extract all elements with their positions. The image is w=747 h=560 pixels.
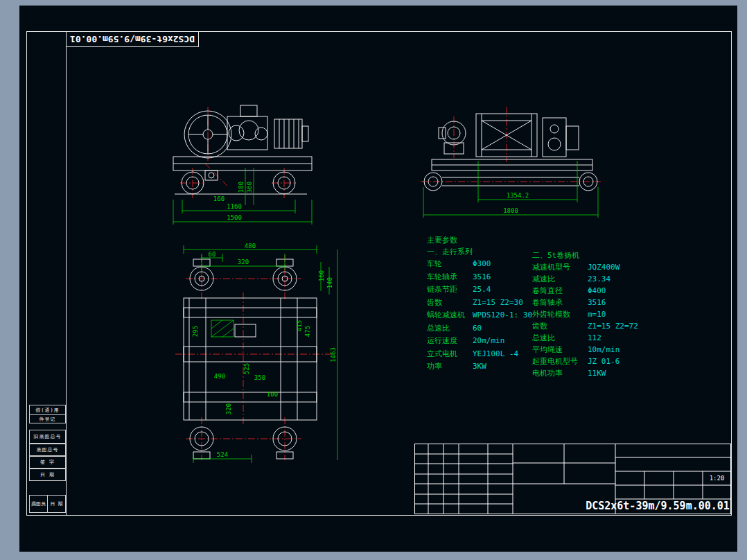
param-label: 运行速度 [427, 335, 473, 348]
param-label: 电机功率 [532, 367, 588, 379]
view-front: 160 180 360 1160 1500 [165, 96, 324, 234]
param-row: 车轮轴承3516 [427, 271, 538, 284]
param-row: 链条节距25.4 [427, 283, 538, 297]
dim-label: 475 [304, 326, 311, 337]
dim-label: 360 [246, 182, 253, 193]
dim-label: 100 [267, 391, 278, 398]
param-row: 减速机型号JQZ400W [532, 261, 650, 273]
parameters-panel-left: 主要参数 一、走行系列 车轮Φ300 车轮轴承3516 链条节距25.4 齿数Z… [427, 234, 538, 374]
dim-label: 480 [245, 243, 256, 250]
param-row: 起重电机型号JZ 01-6 [532, 356, 650, 367]
dim-label: 320 [225, 403, 232, 414]
parameters-panel-right: 二、5t卷扬机 减速机型号JQZ400W 减速比23.34 卷筒直径Φ400 卷… [532, 250, 650, 379]
param-label: 蜗轮减速机 [427, 309, 473, 322]
dim-label: 1463 [330, 347, 337, 362]
scale-value: 1:20 [703, 471, 731, 485]
top-title-text: DCS2x6t-39m/9.59m.00.01 [67, 32, 198, 46]
dim-label: 1160 [227, 203, 242, 210]
dim-label: 320 [238, 259, 249, 265]
part-register-label: 件登记 [30, 414, 65, 423]
param-value: Φ300 [473, 259, 491, 268]
old-base-drawing-no-block: 旧底图总号 [29, 430, 66, 444]
param-label: 减速比 [532, 273, 588, 285]
dim-label: 180 [238, 182, 245, 193]
dim-label: 140 [326, 277, 333, 288]
dim-label: 60 [209, 251, 216, 258]
dim-label: 160 [213, 195, 225, 202]
param-value: 11KW [588, 369, 606, 378]
param-row: 卷筒轴承3516 [532, 297, 650, 308]
param-label: 齿数 [532, 320, 588, 332]
dim-label: 160 [318, 270, 325, 281]
param-label: 卷筒直径 [532, 285, 588, 297]
param-value: 112 [588, 333, 601, 342]
param-row: 电机功率11KW [532, 367, 650, 379]
param-row: 立式电机YEJ100L -4 [427, 348, 538, 361]
base-drawing-no-block: 底图总号 [29, 444, 66, 456]
tracer-label: 描图员 [30, 496, 47, 512]
param-row: 齿数Z1=15 Z2=30 [427, 297, 538, 310]
param-row: 齿数Z1=15 Z2=72 [532, 320, 650, 332]
param-row: 卷筒直径Φ400 [532, 285, 650, 297]
dim-label: 295 [192, 326, 199, 337]
params-title: 主要参数 [427, 234, 538, 246]
param-row: 蜗轮减速机WPDS120-1: 30 [427, 309, 538, 322]
dim-label: 1354.2 [507, 192, 529, 199]
param-row: 平均绳速10m/min [532, 344, 650, 356]
dim-label: 1800 [503, 207, 518, 214]
dim-label: 415 [296, 320, 303, 331]
param-value: Z1=15 Z2=72 [588, 322, 638, 331]
param-value: Z1=15 Z2=30 [473, 298, 523, 307]
param-value: 25.4 [473, 285, 491, 294]
param-value: 3KW [473, 362, 486, 371]
param-value: 3516 [473, 272, 491, 281]
param-label: 卷筒轴承 [532, 297, 588, 308]
top-title-box: DCS2x6t-39m/9.59m.00.01 [66, 31, 199, 47]
param-row: 车轮Φ300 [427, 258, 538, 271]
param-label: 平均绳速 [532, 344, 588, 356]
binding-margin-line [66, 31, 67, 516]
reuse-record-block: 借(通)用 件登记 [29, 405, 66, 423]
param-label: 起重电机型号 [532, 356, 588, 367]
param-label: 外齿轮模数 [532, 308, 588, 320]
drawing-number: DCS2x6t-39m/9.59m.00.01 [583, 498, 732, 514]
signature-block: 签 字 [29, 456, 66, 469]
param-label: 减速机型号 [532, 261, 588, 273]
tracer-date-label: 日 期 [47, 496, 65, 512]
param-row: 总速比60 [427, 322, 538, 335]
param-label: 链条节距 [427, 283, 473, 297]
dim-label: 490 [214, 373, 225, 380]
param-label: 总速比 [532, 332, 588, 344]
desktop: DCS2x6t-39m/9.59m.00.01 借(通)用 件登记 旧底图总号 … [0, 0, 747, 560]
view-side: 1354.2 1800 [412, 98, 606, 227]
param-row: 运行速度20m/min [427, 335, 538, 348]
param-value: 10m/min [588, 345, 619, 354]
params-right-heading: 二、5t卷扬机 [532, 250, 650, 261]
param-row: 功率3KW [427, 360, 538, 374]
param-value: JZ 01-6 [588, 357, 619, 366]
tracer-block: 描图员 日 期 [29, 495, 66, 513]
param-value: 60 [473, 324, 482, 333]
reuse-record-label: 借(通)用 [30, 405, 65, 414]
param-row: 总速比112 [532, 332, 650, 344]
dim-label: 524 [217, 451, 228, 458]
param-value: 3516 [588, 298, 606, 307]
dim-label: 350 [254, 374, 265, 381]
params-left-heading: 一、走行系列 [427, 246, 538, 258]
param-label: 车轮轴承 [427, 271, 473, 284]
param-value: 23.34 [588, 274, 610, 283]
param-value: YEJ100L -4 [473, 349, 518, 358]
param-value: 20m/min [473, 336, 504, 345]
dim-label: 1500 [227, 214, 242, 221]
param-value: m=10 [588, 310, 606, 319]
param-value: WPDS120-1: 30 [473, 310, 532, 320]
param-label: 功率 [427, 360, 473, 374]
param-label: 车轮 [427, 258, 473, 271]
param-value: Φ400 [588, 286, 606, 295]
param-value: JQZ400W [588, 263, 619, 272]
dim-label: 525 [243, 363, 250, 374]
date-block: 日 期 [29, 469, 66, 481]
param-label: 总速比 [427, 322, 473, 335]
param-label: 立式电机 [427, 348, 473, 361]
view-plan: 480 60 320 160 140 295 415 475 1463 525 … [168, 243, 342, 466]
